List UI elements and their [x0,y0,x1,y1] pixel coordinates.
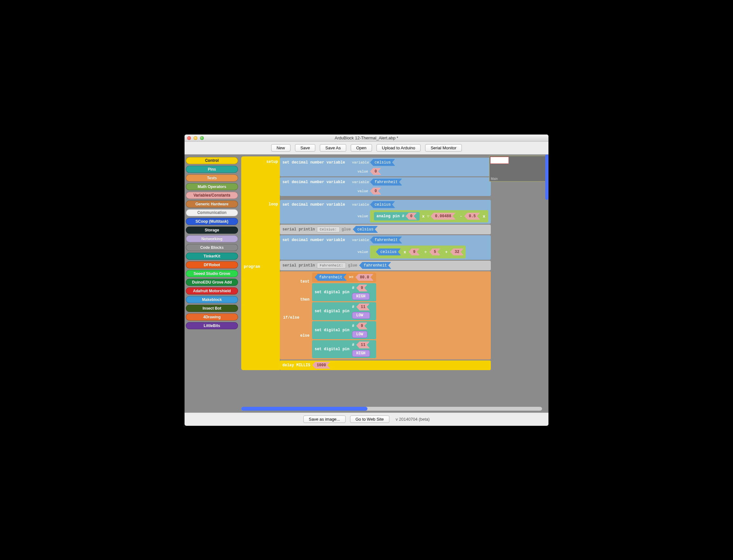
set-digital-pin-block[interactable]: set digital pin #9 LOW [312,321,376,339]
palette-category-duinoedu-grove-add[interactable]: DuinoEDU Grove Add [186,279,238,286]
serial-println-block[interactable]: serial println Celsius: glue celsius [280,225,491,234]
value-zero[interactable]: 0 [370,188,381,195]
palette-category-dfrobot[interactable]: DFRobot [186,261,238,268]
test-expr[interactable]: fahrenheit >= 80.0 [312,273,376,282]
goto-website-button[interactable]: Go to Web Site [350,415,390,423]
palette-category-seeed-studio-grove[interactable]: Seeed Studio Grove [186,270,238,277]
palette-category-tests[interactable]: Tests [186,174,238,182]
canvas[interactable]: setup loop program set decimal number va… [239,154,549,413]
horizontal-scrollbar[interactable] [241,407,542,411]
zoom-icon[interactable] [200,136,204,140]
palette-category-littlebits[interactable]: LittleBits [186,322,238,329]
saveas-button[interactable]: Save As [320,144,346,152]
set-digital-pin-block[interactable]: set digital pin #11 HIGH [312,340,376,358]
window-title: ArduBlock 12-Thermal_Alert.abp * [184,135,549,140]
program-block[interactable]: setup loop program set decimal number va… [241,156,491,370]
set-digital-pin-block[interactable]: set digital pin #11 LOW [312,302,376,320]
palette-category-math-operators[interactable]: Math Operators [186,183,238,190]
version-label: v 20140704 (beta) [396,417,430,422]
program-label: program [241,265,280,269]
math-expr[interactable]: analog pin #0 x▽ 0.00488 - 0.5 x [370,210,488,222]
palette-category-control[interactable]: Control [186,157,238,164]
set-var-block[interactable]: set decimal number variablevariablefahre… [280,177,491,196]
serial-println-block[interactable]: serial println Fahrenheit: glue fahrenhe… [280,261,491,270]
setup-label: setup [241,158,280,164]
palette-category-makeblock[interactable]: Makeblock [186,296,238,303]
delay-block[interactable]: delay MILLIS 1000 [280,360,491,370]
set-var-block[interactable]: set decimal number variablevariablecelsi… [280,158,491,176]
palette-category-communication[interactable]: Communication [186,209,238,216]
value-zero[interactable]: 0 [370,168,381,175]
palette-category-networking[interactable]: Networking [186,235,238,242]
palette-category-generic-hardware[interactable]: Generic Hardware [186,201,238,208]
palette-category-insect-bot[interactable]: Insect Bot [186,305,238,312]
minimize-icon[interactable] [193,136,197,140]
palette-category-scoop-multitask-[interactable]: SCoop (Multitask) [186,218,238,225]
vertical-scrollbar[interactable] [545,154,549,382]
set-var-block[interactable]: set decimal number variablevariablefahre… [280,235,491,260]
palette-sidebar: ControlPinsTestsMath OperatorsVariables/… [184,154,239,413]
palette-category-variables-constants[interactable]: Variables/Constants [186,192,238,199]
bottom-toolbar: Save as image... Go to Web Site v 201407… [184,413,549,425]
save-button[interactable]: Save [295,144,315,152]
serial-button[interactable]: Serial Monitor [425,144,462,152]
titlebar[interactable]: ArduBlock 12-Thermal_Alert.abp * [184,135,549,142]
ifelse-block[interactable]: test then if/else else fahrenheit >= [280,271,491,359]
palette-category-storage[interactable]: Storage [186,227,238,234]
set-var-block[interactable]: set decimal number variablevariablecelsi… [280,200,491,224]
math-expr[interactable]: celsius x 9 ÷ 5 + 32 [370,246,466,258]
palette-category-code-blocks[interactable]: Code Blocks [186,244,238,251]
palette-category-adafruit-motorshield[interactable]: Adafruit Motorshield [186,287,238,294]
palette-category-tinkerkit[interactable]: TinkerKit [186,253,238,260]
save-image-button[interactable]: Save as image... [303,415,345,423]
toolbar: New Save Save As Open Upload to Arduino … [184,142,549,154]
var-fahrenheit[interactable]: fahrenheit [370,179,402,186]
palette-category-pins[interactable]: Pins [186,166,238,173]
app-window: ArduBlock 12-Thermal_Alert.abp * New Sav… [184,135,549,426]
open-button[interactable]: Open [351,144,372,152]
loop-label: loop [241,202,280,207]
new-button[interactable]: New [271,144,290,152]
minimap[interactable]: Main [489,156,547,182]
palette-category-4drawing[interactable]: 4Drawing [186,313,238,321]
close-icon[interactable] [187,136,191,140]
var-celsius[interactable]: celsius [370,159,395,166]
upload-button[interactable]: Upload to Arduino [377,144,421,152]
set-digital-pin-block[interactable]: set digital pin #9 HIGH [312,283,376,301]
